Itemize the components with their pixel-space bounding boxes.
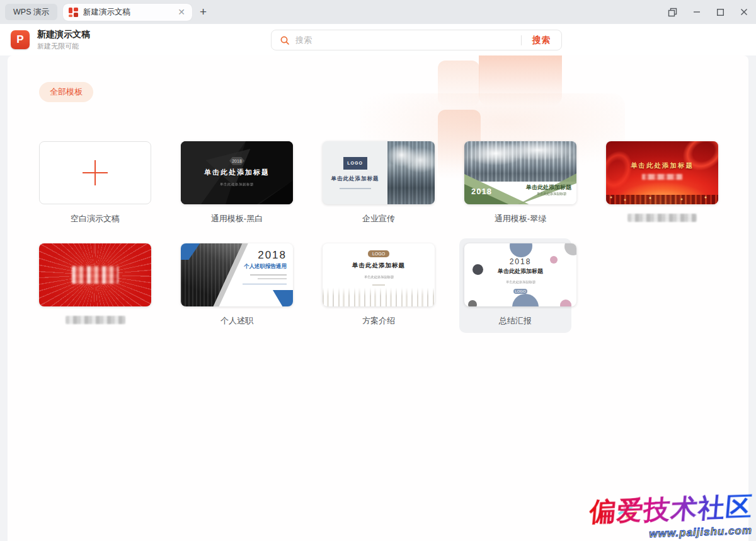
slide-subtitle: 单击此处添加副标题 <box>220 182 254 187</box>
template-label: 个人述职 <box>181 315 293 325</box>
slide-title: 单击此处添加标题 <box>498 267 543 276</box>
summary-thumbnail[interactable]: 2018 单击此处添加标题 单击此处添加副标题 LOGO <box>464 243 576 306</box>
plan-thumbnail[interactable]: LOGO 单击此处添加标题 单击此处添加副标题 <box>323 243 435 306</box>
subtitle-placeholder <box>250 274 287 276</box>
tab-strip: WPS 演示 新建演示文稿 ✕ + <box>0 0 756 24</box>
template-label: 企业宣传 <box>323 213 435 223</box>
decor-tile <box>479 55 562 106</box>
slide-title: 单击此处添加标题 <box>204 168 270 177</box>
template-card-red-rays[interactable] <box>39 243 151 325</box>
app-menu-button[interactable]: WPS 演示 <box>5 4 57 20</box>
template-label: 通用模板-翠绿 <box>464 213 576 223</box>
slide-title: 单击此处添加标题 <box>331 175 379 183</box>
close-window-icon[interactable] <box>740 8 748 16</box>
green-thumbnail[interactable]: 2018 单击此处添加标题 单击此处添加副标题 <box>464 141 576 204</box>
corporate-thumbnail[interactable]: LOGO 单击此处添加标题 <box>323 141 435 204</box>
censored-template-label <box>627 214 697 222</box>
slide-subtitle: 单击此处添加副标题 <box>505 280 535 285</box>
personal-thumbnail[interactable]: 2018 个人述职报告通用 <box>181 243 293 306</box>
template-card-green[interactable]: 2018 单击此处添加标题 单击此处添加副标题 通用模板-翠绿 <box>464 141 576 223</box>
template-label: 方案介绍 <box>323 315 435 325</box>
subtitle-placeholder <box>340 188 371 189</box>
template-label: 空白演示文稿 <box>39 213 151 223</box>
divider-line <box>243 284 287 284</box>
search-button[interactable]: 搜索 <box>522 35 561 46</box>
logo-pill: LOGO <box>513 289 527 294</box>
template-card-summary[interactable]: 2018 单击此处添加标题 单击此处添加副标题 LOGO 总结汇报 <box>459 238 571 333</box>
document-tab[interactable]: 新建演示文稿 ✕ <box>63 4 192 21</box>
red-rays-thumbnail[interactable] <box>39 243 151 306</box>
search-bar: 搜索 <box>271 30 562 50</box>
year-badge: 2018 <box>229 157 244 165</box>
subtitle-placeholder <box>258 278 287 279</box>
dock-window-icon[interactable] <box>668 8 677 17</box>
template-card-red-gala[interactable]: 单击此处添加标题 <box>606 141 718 223</box>
header: P 新建演示文稿 新建无限可能 搜索 <box>0 24 756 55</box>
year-text: 2018 <box>243 249 287 262</box>
year-text: 2018 <box>510 257 532 266</box>
logo-pill: LOGO <box>368 250 389 257</box>
skyline-silhouette <box>606 195 718 204</box>
blank-thumbnail[interactable] <box>39 141 151 204</box>
slide-title: 单击此处添加标题 <box>352 262 405 270</box>
template-grid: 空白演示文稿 2018 单击此处添加标题 单击此处添加副标题 通用模板-黑白 L… <box>39 141 748 325</box>
template-card-personal[interactable]: 2018 个人述职报告通用 个人述职 <box>181 243 293 325</box>
decor-tile <box>438 61 479 106</box>
template-label: 通用模板-黑白 <box>181 213 293 223</box>
city-photo <box>464 141 576 182</box>
slide-subtitle: 单击此处添加副标题 <box>364 275 393 280</box>
logo-box: LOGO <box>343 157 367 170</box>
black-thumbnail[interactable]: 2018 单击此处添加标题 单击此处添加副标题 <box>181 141 293 204</box>
city-sketch <box>323 288 435 306</box>
city-photo <box>387 141 435 204</box>
template-card-plan[interactable]: LOGO 单击此处添加标题 单击此处添加副标题 方案介绍 <box>323 243 435 325</box>
maximize-icon[interactable] <box>716 8 724 16</box>
year-text: 2018 <box>471 187 492 196</box>
date-placeholder <box>372 284 385 286</box>
template-card-black-white[interactable]: 2018 单击此处添加标题 单击此处添加副标题 通用模板-黑白 <box>181 141 293 223</box>
tab-title: 新建演示文稿 <box>83 7 176 18</box>
search-icon <box>280 35 290 45</box>
template-card-corporate[interactable]: LOGO 单击此处添加标题 企业宣传 <box>323 141 435 223</box>
plus-icon <box>83 160 108 185</box>
slide-title: 个人述职报告通用 <box>243 263 287 270</box>
window-controls <box>668 8 748 17</box>
censored-title <box>72 266 118 284</box>
template-label: 总结汇报 <box>464 315 566 325</box>
page-title: 新建演示文稿 <box>37 29 90 40</box>
new-tab-button[interactable]: + <box>200 5 207 19</box>
censored-subtitle <box>642 174 682 180</box>
wps-logo-icon <box>69 8 78 17</box>
template-card-blank[interactable]: 空白演示文稿 <box>39 141 151 223</box>
slide-title: 单击此处添加标题 <box>606 161 718 170</box>
search-input[interactable] <box>295 35 521 45</box>
filter-all-templates[interactable]: 全部模板 <box>39 82 93 102</box>
page-subtitle: 新建无限可能 <box>37 42 90 51</box>
slide-subtitle: 单击此处添加副标题 <box>537 192 566 197</box>
red-gala-thumbnail[interactable]: 单击此处添加标题 <box>606 141 718 204</box>
censored-template-label <box>66 316 125 324</box>
minimize-icon[interactable] <box>692 8 701 16</box>
presentation-app-icon: P <box>11 30 30 49</box>
template-panel: 全部模板 空白演示文稿 2018 单击此处添加标题 单击此处添加副标题 通用模板… <box>8 55 748 541</box>
tab-close-icon[interactable]: ✕ <box>176 6 186 18</box>
